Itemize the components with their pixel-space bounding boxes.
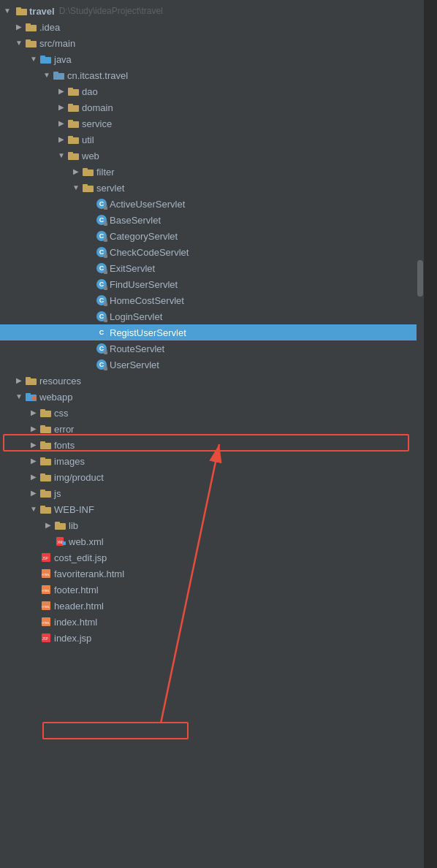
tree-item-css[interactable]: ▶ css — [0, 405, 424, 421]
images-label: images — [54, 456, 85, 467]
tree-item-favoriterank-html[interactable]: HTML favoriterank.html — [0, 566, 424, 582]
svg-rect-11 — [68, 88, 73, 91]
tree-item-RouteServlet[interactable]: C RouteServlet — [0, 340, 424, 357]
svg-rect-67 — [62, 541, 66, 545]
root-label: travel — [29, 6, 55, 17]
web-xml-label: web.xml — [69, 536, 104, 547]
service-label: service — [82, 118, 112, 129]
tree-item-dao[interactable]: ▶ dao — [0, 83, 424, 99]
dao-folder-icon — [68, 85, 80, 97]
lib-folder-icon — [55, 519, 66, 531]
svg-text:HTML: HTML — [42, 573, 50, 576]
servlet-folder-icon — [83, 182, 94, 194]
tree-item-CategoryServlet[interactable]: C CategoryServlet — [0, 228, 424, 244]
tree-item-FindUserServlet[interactable]: C FindUserServlet — [0, 276, 424, 292]
LoginServlet-class-icon: C — [96, 311, 107, 322]
tree-item-resources[interactable]: ▶ resources — [0, 373, 424, 389]
lib-label: lib — [69, 520, 78, 531]
tree-item-ActiveUserServlet[interactable]: C ActiveUserServlet — [0, 196, 424, 212]
webapp-folder-icon — [26, 391, 37, 403]
tree-item-img-product[interactable]: ▶ img/product — [0, 469, 424, 485]
tree-item-filter[interactable]: ▶ filter — [0, 164, 424, 180]
CheckCodeServlet-class-icon: C — [96, 246, 107, 258]
ActiveUserServlet-label: ActiveUserServlet — [110, 199, 185, 210]
svg-rect-19 — [68, 152, 73, 155]
img-product-folder-icon — [40, 471, 52, 483]
tree-item-index-html[interactable]: HTML index.html — [0, 614, 424, 630]
vertical-scrollbar[interactable] — [417, 0, 424, 868]
tree-item-fonts[interactable]: ▶ fonts — [0, 437, 424, 453]
error-folder-icon — [40, 423, 52, 435]
footer-file-icon: HTML — [40, 584, 52, 595]
fonts-folder-icon — [40, 439, 52, 451]
RegistUserServlet-class-icon: C — [96, 327, 107, 338]
tree-item-cost-edit-jsp[interactable]: JSP cost_edit.jsp — [0, 549, 424, 566]
service-arrow: ▶ — [57, 119, 66, 128]
resources-folder-icon — [26, 375, 37, 387]
tree-item-src-main[interactable]: ▼ src/main — [0, 35, 424, 51]
HomeCostServlet-label: HomeCostServlet — [110, 295, 184, 306]
tree-item-error[interactable]: ▶ error — [0, 421, 424, 437]
tree-item-WEB-INF[interactable]: ▼ WEB-INF — [0, 501, 424, 517]
images-folder-icon — [40, 455, 52, 467]
resources-label: resources — [39, 376, 81, 387]
java-label: java — [54, 54, 72, 65]
lib-arrow: ▶ — [44, 521, 53, 530]
tree-item-RegistUserServlet[interactable]: C RegistUserServlet — [0, 324, 424, 340]
tree-item-lib[interactable]: ▶ lib — [0, 517, 424, 533]
tree-item-webapp[interactable]: ▼ webapp — [0, 389, 424, 405]
fonts-label: fonts — [54, 440, 75, 451]
ActiveUserServlet-class-icon: C — [96, 198, 107, 210]
tree-root[interactable]: ▼ travel D:\Study\ideaProject\travel — [0, 3, 424, 19]
svg-rect-47 — [26, 393, 31, 396]
svg-text:HTML: HTML — [42, 621, 50, 625]
tree-item-images[interactable]: ▶ images — [0, 453, 424, 469]
java-folder-icon — [40, 53, 52, 65]
tree-item-UserServlet[interactable]: C UserServlet — [0, 357, 424, 373]
RouteServlet-label: RouteServlet — [110, 343, 164, 354]
LoginServlet-label: LoginServlet — [110, 311, 162, 322]
js-folder-icon — [40, 487, 52, 499]
tree-item-idea[interactable]: ▶ .idea — [0, 19, 424, 35]
header-file-icon: HTML — [40, 600, 52, 612]
tree-item-package[interactable]: ▼ cn.itcast.travel — [0, 67, 424, 83]
tree-item-footer-html[interactable]: HTML footer.html — [0, 582, 424, 598]
tree-item-HomeCostServlet[interactable]: C HomeCostServlet — [0, 292, 424, 308]
tree-item-ExitServlet[interactable]: C ExitServlet — [0, 260, 424, 276]
tree-item-BaseServlet[interactable]: C BaseServlet — [0, 212, 424, 228]
tree-item-web-xml[interactable]: XML web.xml — [0, 533, 424, 549]
tree-item-servlet[interactable]: ▼ servlet — [0, 180, 424, 196]
svg-rect-21 — [83, 168, 88, 171]
tree-item-util[interactable]: ▶ util — [0, 132, 424, 148]
tree-item-web[interactable]: ▼ web — [0, 148, 424, 164]
css-arrow: ▶ — [29, 408, 38, 417]
WEB-INF-folder-icon — [40, 503, 52, 515]
tree-item-CheckCodeServlet[interactable]: C CheckCodeServlet — [0, 244, 424, 260]
scrollbar-thumb[interactable] — [417, 260, 423, 297]
favoriterank-file-icon: HTML — [40, 568, 52, 579]
svg-rect-45 — [26, 377, 31, 380]
util-folder-icon — [68, 134, 80, 145]
tree-item-service[interactable]: ▶ service — [0, 115, 424, 132]
svg-rect-5 — [26, 39, 31, 42]
svg-rect-52 — [40, 425, 45, 428]
favoriterank-html-label: favoriterank.html — [54, 568, 124, 579]
svg-text:HTML: HTML — [42, 589, 50, 593]
tree-item-LoginServlet[interactable]: C LoginServlet — [0, 308, 424, 324]
tree-item-header-html[interactable]: HTML header.html — [0, 598, 424, 614]
cost-edit-jsp-label: cost_edit.jsp — [54, 552, 107, 563]
tree-item-domain[interactable]: ▶ domain — [0, 99, 424, 115]
servlet-arrow: ▼ — [72, 183, 80, 192]
tree-item-java[interactable]: ▼ java — [0, 51, 424, 67]
svg-rect-54 — [40, 441, 45, 444]
HomeCostServlet-class-icon: C — [96, 294, 107, 306]
tree-item-index-jsp[interactable]: JSP index.jsp — [0, 630, 424, 646]
package-label: cn.itcast.travel — [67, 70, 128, 81]
svg-rect-13 — [68, 104, 73, 107]
index-html-label: index.html — [54, 617, 97, 628]
tree-item-js[interactable]: ▶ js — [0, 485, 424, 501]
index-jsp-label: index.jsp — [54, 633, 91, 644]
svg-rect-50 — [40, 409, 45, 412]
ExitServlet-label: ExitServlet — [110, 263, 155, 274]
highlight-webxml-box — [42, 722, 189, 739]
